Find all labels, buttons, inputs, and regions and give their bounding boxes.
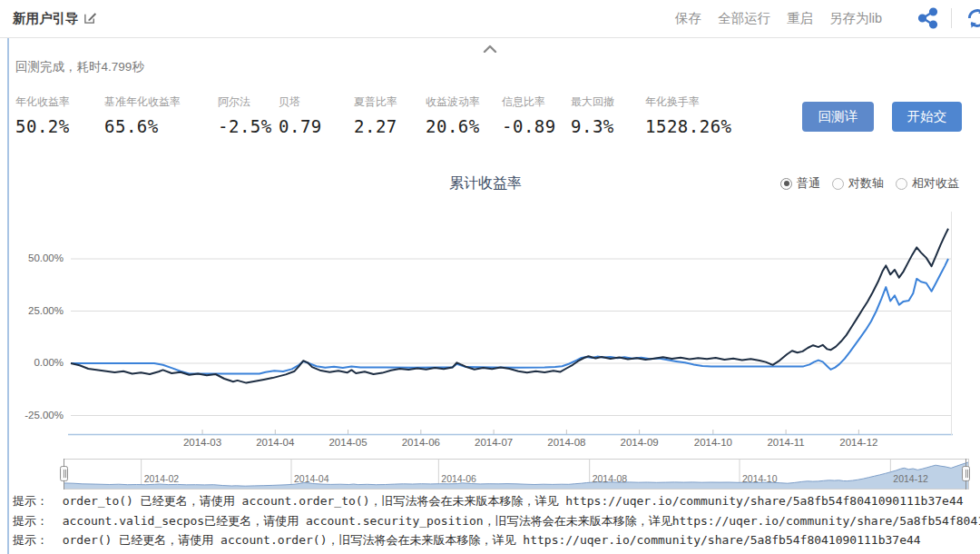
metric: 阿尔法-2.5% <box>218 94 279 136</box>
toolbar-action-2[interactable]: 重启 <box>787 10 813 27</box>
metric: 信息比率-0.89 <box>502 94 571 136</box>
warning-line: 提示： order_to() 已经更名，请使用 account.order_to… <box>13 491 980 511</box>
x-axis-tick: 2014-12 <box>829 437 887 448</box>
metric-value: 1528.26% <box>645 116 763 136</box>
navigator-left-handle[interactable] <box>60 466 68 481</box>
warning-line: 提示： order() 已经更名，请使用 account.order()，旧写法… <box>13 530 980 550</box>
metric-label: 阿尔法 <box>218 94 279 110</box>
notebook-toolbar: 新用户引导 保存全部运行重启另存为lib <box>0 0 980 38</box>
metric: 贝塔0.79 <box>279 94 354 136</box>
metric: 基准年化收益率65.6% <box>104 94 218 136</box>
navigator-tick-label: 2014-04 <box>294 473 329 484</box>
metric-value: 2.27 <box>354 116 426 136</box>
strategy-cumulative-return-line <box>71 259 948 374</box>
toolbar-action-1[interactable]: 全部运行 <box>718 10 770 27</box>
metric-label: 最大回撤 <box>571 94 645 110</box>
radio-icon[interactable] <box>832 178 844 190</box>
radio-label: 普通 <box>797 175 820 192</box>
toolbar-divider <box>951 8 952 28</box>
metric-value: 65.6% <box>104 116 218 136</box>
metric: 最大回撤9.3% <box>571 94 645 136</box>
range-navigator[interactable] <box>64 459 969 490</box>
metric-value: 50.2% <box>15 116 104 136</box>
sync-icon[interactable] <box>965 6 980 30</box>
share-icon[interactable] <box>917 6 939 30</box>
radio-icon[interactable] <box>780 178 792 190</box>
x-axis-tick: 2014-05 <box>319 437 377 448</box>
navigator-tick-label: 2014-02 <box>144 473 180 484</box>
chart-title: 累计收益率 <box>399 174 572 193</box>
y-axis-tick: 25.00% <box>20 305 64 316</box>
navigator-tick-label: 2014-10 <box>742 473 778 484</box>
warning-line: 提示： account.valid_secpos已经更名，请使用 account… <box>13 511 980 531</box>
cell-selection-border <box>7 38 9 554</box>
edit-icon[interactable] <box>83 11 97 25</box>
x-axis-tick: 2014-06 <box>392 437 450 448</box>
collapse-output-icon[interactable] <box>483 45 497 53</box>
radio-label: 对数轴 <box>848 175 884 192</box>
x-axis-tick: 2014-11 <box>757 437 815 448</box>
notebook-title: 新用户引导 <box>13 10 79 27</box>
chart-mode-option-1[interactable]: 对数轴 <box>832 175 884 192</box>
metric: 年化收益率50.2% <box>15 94 104 136</box>
metrics-row: 年化收益率50.2%基准年化收益率65.6%阿尔法-2.5%贝塔0.79夏普比率… <box>15 94 763 136</box>
x-axis-tick: 2014-07 <box>465 437 523 448</box>
backtest-detail-button[interactable]: 回测详情 <box>802 102 874 132</box>
metric-label: 年化换手率 <box>645 94 763 110</box>
x-axis-tick: 2014-04 <box>246 437 304 448</box>
y-axis-tick: 0.00% <box>20 357 64 368</box>
metric-value: -2.5% <box>218 116 279 136</box>
y-axis-tick: 50.00% <box>20 252 64 263</box>
warning-messages: 提示： order_to() 已经更名，请使用 account.order_to… <box>13 491 980 550</box>
radio-label: 相对收益 <box>912 175 959 192</box>
metric-label: 贝塔 <box>279 94 354 110</box>
radio-icon[interactable] <box>896 178 907 190</box>
metric-label: 年化收益率 <box>15 94 104 110</box>
benchmark-cumulative-return-line <box>71 229 948 383</box>
x-axis-tick: 2014-09 <box>611 437 669 448</box>
chart-mode-radio-group: 普通对数轴相对收益 <box>780 175 959 192</box>
metric-value: 0.79 <box>279 116 354 136</box>
y-axis-tick: -25.00% <box>20 410 64 420</box>
metric-label: 基准年化收益率 <box>104 94 218 110</box>
metric-value: 20.6% <box>426 116 502 136</box>
backtest-status: 回测完成，耗时4.799秒 <box>15 59 144 75</box>
x-axis-tick: 2014-10 <box>684 437 742 448</box>
navigator-tick-label: 2014-12 <box>893 473 928 484</box>
cumulative-return-chart <box>68 212 953 437</box>
start-trading-button[interactable]: 开始交易 <box>892 102 962 132</box>
metric: 收益波动率20.6% <box>426 94 502 136</box>
toolbar-actions: 保存全部运行重启另存为lib <box>675 0 882 37</box>
chart-mode-option-0[interactable]: 普通 <box>780 175 820 192</box>
toolbar-action-0[interactable]: 保存 <box>675 10 701 27</box>
metric-label: 信息比率 <box>502 94 571 110</box>
navigator-tick-label: 2014-08 <box>593 473 628 484</box>
metric: 年化换手率1528.26% <box>645 94 763 136</box>
x-axis-tick: 2014-08 <box>537 437 595 448</box>
metric-label: 收益波动率 <box>426 94 502 110</box>
navigator-mini-chart <box>64 460 968 489</box>
metric: 夏普比率2.27 <box>354 94 426 136</box>
chart-mode-option-2[interactable]: 相对收益 <box>896 175 959 192</box>
metric-label: 夏普比率 <box>354 94 426 110</box>
navigator-right-handle[interactable] <box>962 466 970 481</box>
x-axis-tick: 2014-03 <box>173 437 231 448</box>
metric-value: 9.3% <box>571 116 645 136</box>
toolbar-action-3[interactable]: 另存为lib <box>829 10 882 27</box>
navigator-tick-label: 2014-06 <box>441 473 476 484</box>
metric-value: -0.89 <box>502 116 571 136</box>
